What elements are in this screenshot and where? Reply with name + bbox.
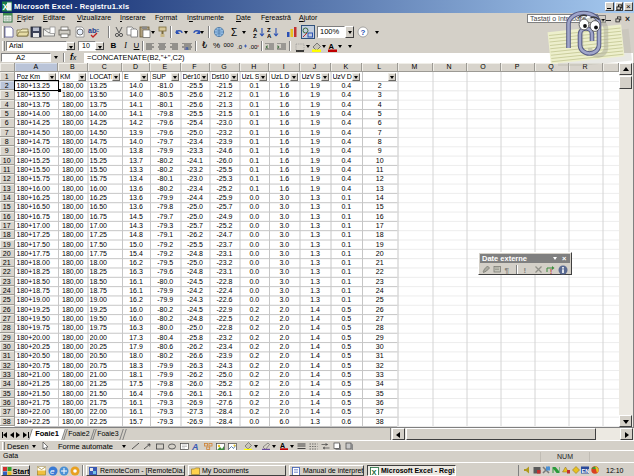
svg-text:¶: ¶ [505, 266, 510, 275]
svg-text:EN: EN [582, 468, 590, 474]
svg-text:A: A [267, 33, 272, 38]
svg-text:!: ! [524, 266, 527, 274]
svg-text:.00: .00 [249, 44, 258, 50]
svg-text:X: X [372, 467, 377, 476]
svg-text:Σ: Σ [231, 27, 237, 38]
svg-text:ab: ab [88, 27, 96, 34]
svg-text:X: X [3, 2, 9, 12]
svg-text:?: ? [361, 28, 366, 37]
svg-text:e: e [50, 467, 55, 476]
svg-text:Z: Z [253, 33, 257, 38]
svg-text:A: A [280, 442, 285, 449]
svg-text:.0: .0 [237, 44, 243, 50]
svg-text:!: ! [550, 268, 552, 275]
svg-text:c: c [96, 27, 99, 33]
svg-text:a: a [185, 45, 189, 51]
